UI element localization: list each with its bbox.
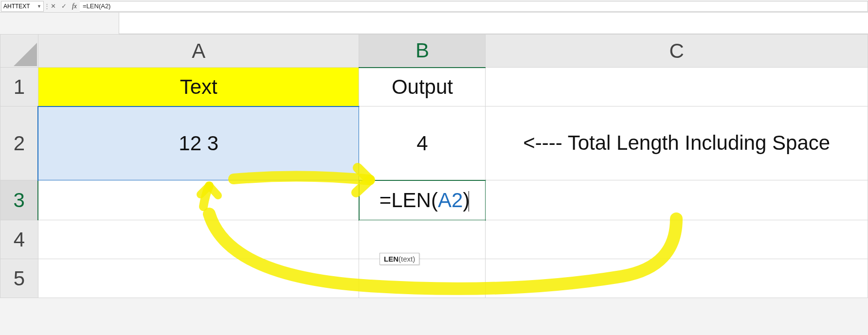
cell-A4[interactable] — [38, 220, 359, 259]
tooltip-fn-name: LEN — [384, 255, 398, 263]
tooltip-fn-args: (text) — [398, 255, 415, 263]
cell-B2[interactable]: 4 — [359, 106, 486, 180]
name-box-value: AHTTEXT — [3, 3, 30, 10]
cell-C4[interactable] — [486, 220, 868, 259]
row-header-2[interactable]: 2 — [0, 106, 38, 180]
select-all-corner[interactable] — [0, 35, 38, 68]
enter-formula-button[interactable]: ✓ — [58, 1, 69, 12]
grid-table: A B C 1 Text Output 2 12 3 4 <---- Total… — [0, 34, 868, 298]
row-header-4[interactable]: 4 — [0, 220, 38, 259]
formula-input[interactable]: =LEN(A2) — [80, 1, 868, 12]
formula-bar: AHTTEXT ▼ ⋮ ✕ ✓ fx =LEN(A2) — [0, 0, 868, 13]
cell-C5[interactable] — [486, 259, 868, 298]
formula-bar-expanded-area — [119, 13, 868, 34]
column-header-C[interactable]: C — [486, 35, 868, 68]
cell-B1[interactable]: Output — [359, 68, 486, 106]
check-icon: ✓ — [61, 2, 67, 10]
row-header-3[interactable]: 3 — [0, 180, 38, 220]
cancel-formula-button[interactable]: ✕ — [48, 1, 58, 12]
text-cursor — [469, 191, 469, 212]
separator: ⋮ — [44, 2, 48, 10]
formula-reference: A2 — [438, 189, 463, 212]
row-header-1[interactable]: 1 — [0, 68, 38, 106]
cell-B4[interactable] — [359, 220, 486, 259]
fx-icon: fx — [72, 2, 77, 10]
cell-A3[interactable] — [38, 180, 359, 220]
cell-A5[interactable] — [38, 259, 359, 298]
function-tooltip: LEN(text) — [380, 253, 419, 265]
cell-C3[interactable] — [486, 180, 868, 220]
insert-function-button[interactable]: fx — [69, 1, 80, 12]
cell-B3-editing[interactable]: =LEN(A2) — [359, 180, 486, 220]
row-header-5[interactable]: 5 — [0, 259, 38, 298]
column-header-A[interactable]: A — [38, 35, 359, 68]
cell-C2[interactable]: <---- Total Length Including Space — [486, 106, 868, 180]
cell-C1[interactable] — [486, 68, 868, 106]
cell-A1[interactable]: Text — [38, 68, 359, 106]
formula-prefix: =LEN( — [380, 189, 438, 212]
name-box[interactable]: AHTTEXT ▼ — [1, 1, 44, 12]
name-box-dropdown-icon[interactable]: ▼ — [37, 4, 41, 9]
cell-B5[interactable] — [359, 259, 486, 298]
x-icon: ✕ — [51, 2, 56, 10]
spreadsheet-grid: A B C 1 Text Output 2 12 3 4 <---- Total… — [0, 34, 868, 298]
formula-text: =LEN(A2) — [83, 2, 110, 10]
column-header-B[interactable]: B — [359, 35, 486, 68]
cell-A2[interactable]: 12 3 — [38, 106, 359, 180]
